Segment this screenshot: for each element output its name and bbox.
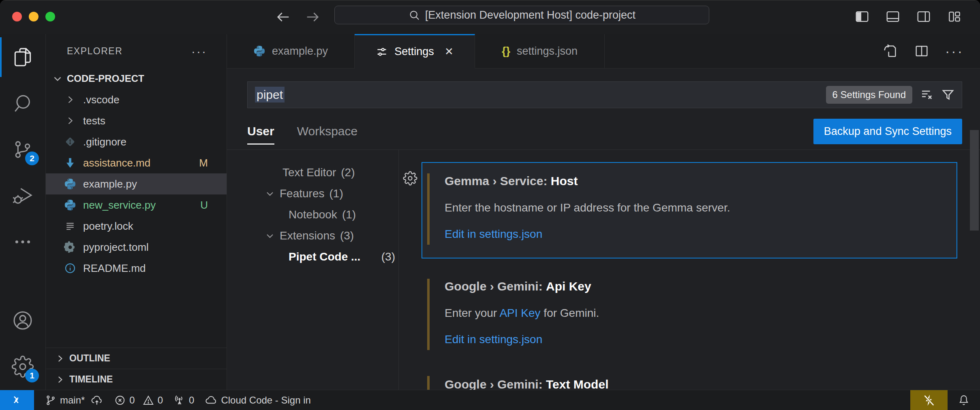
explorer-item-assistance-md[interactable]: assistance.md M: [46, 152, 227, 173]
zoom-window-button[interactable]: [45, 12, 55, 21]
explorer-root-folder[interactable]: CODE-PROJECT: [46, 68, 227, 89]
explorer-item-readme-md[interactable]: README.md: [46, 258, 227, 279]
toggle-secondary-sidebar-button[interactable]: [915, 8, 932, 25]
tab-example-py[interactable]: example.py: [227, 34, 355, 68]
minimize-window-button[interactable]: [29, 12, 39, 21]
explorer-item-new-service-py[interactable]: new_service.py U: [46, 194, 227, 216]
notifications-button[interactable]: [948, 390, 980, 410]
explorer-item-tests[interactable]: tests: [46, 110, 227, 131]
settings-sliders-icon: [376, 46, 388, 58]
toc-item-features[interactable]: Features (1): [227, 183, 398, 204]
setting-category: Google › Gemini:: [445, 378, 543, 390]
scope-tab-workspace[interactable]: Workspace: [297, 113, 358, 149]
manage-badge: 1: [25, 369, 39, 382]
history-navigation: [274, 8, 322, 26]
open-settings-json-button[interactable]: [882, 43, 898, 59]
edit-in-settings-json-link[interactable]: Edit in settings.json: [445, 333, 944, 346]
toc-item-extensions[interactable]: Extensions (3): [227, 225, 398, 246]
command-center-search[interactable]: [Extension Development Host] code-projec…: [334, 6, 709, 24]
explorer-more-actions-button[interactable]: ···: [191, 45, 207, 58]
setting-entry-gemini-api-key[interactable]: Google › Gemini: Api Key Enter your API …: [422, 267, 957, 364]
ports-status[interactable]: 0: [173, 394, 194, 406]
toggle-primary-sidebar-icon: [854, 9, 870, 24]
toc-item-notebook[interactable]: Notebook (1): [227, 204, 398, 225]
setting-title: Gemma › Service: Host: [445, 174, 944, 188]
python-icon: [64, 177, 77, 190]
activity-search[interactable]: [0, 80, 45, 126]
toggle-panel-button[interactable]: [884, 8, 901, 25]
file-name: .gitignore: [83, 136, 126, 148]
ellipsis-icon: [13, 232, 33, 252]
explorer-item-example-py[interactable]: example.py: [46, 173, 227, 194]
activity-manage[interactable]: 1: [0, 344, 45, 390]
more-editor-actions-button[interactable]: ···: [945, 43, 964, 59]
split-editor-button[interactable]: [914, 43, 930, 59]
remote-indicator-button[interactable]: [0, 390, 34, 410]
setting-title: Google › Gemini: Text Model: [445, 378, 944, 390]
activity-explorer[interactable]: [0, 34, 45, 80]
root-folder-label: CODE-PROJECT: [67, 73, 144, 84]
close-window-button[interactable]: [12, 12, 22, 21]
tab-settings-json[interactable]: {} settings.json: [475, 34, 605, 68]
problems-status[interactable]: 0 0: [114, 394, 163, 406]
setting-entry-gemma-service-host[interactable]: Gemma › Service: Host Enter the hostname…: [422, 162, 957, 258]
toc-label: Pipet Code ...: [289, 250, 360, 263]
setting-entry-gemini-text-model[interactable]: Google › Gemini: Text Model: [422, 373, 957, 390]
toc-label: Text Editor: [282, 166, 336, 179]
outline-panel-header[interactable]: OUTLINE: [46, 348, 227, 369]
window-title: [Extension Development Host] code-projec…: [425, 9, 636, 21]
setting-category: Gemma › Service:: [445, 174, 547, 188]
markdown-icon: [64, 156, 77, 169]
explorer-item-gitignore[interactable]: .gitignore: [46, 131, 227, 152]
activity-bar-spacer: [0, 265, 45, 297]
debug-icon: [11, 184, 34, 207]
setting-name: Api Key: [546, 280, 591, 293]
edit-in-settings-json-link[interactable]: Edit in settings.json: [445, 228, 944, 241]
git-branch-status[interactable]: main*: [45, 394, 85, 406]
backup-sync-settings-button[interactable]: Backup and Sync Settings: [813, 119, 962, 144]
tab-settings[interactable]: Settings ✕: [355, 34, 475, 68]
radio-tower-icon: [173, 394, 186, 406]
toc-item-pipet-code[interactable]: Pipet Code ... (3): [227, 246, 398, 267]
toc-count: (3): [381, 250, 395, 263]
activity-run-debug[interactable]: [0, 173, 45, 219]
explorer-item-poetry-lock[interactable]: poetry.lock: [46, 216, 227, 237]
file-name: README.md: [83, 262, 146, 275]
setting-description: Enter the hostname or IP address for the…: [445, 201, 944, 214]
status-bar: main* 0 0 0 Cloud Code - Sign in: [0, 390, 980, 410]
clear-search-filters-button[interactable]: [920, 88, 934, 102]
go-forward-button[interactable]: [303, 8, 322, 26]
customize-layout-button[interactable]: [946, 8, 963, 25]
tab-label: Settings: [394, 45, 434, 58]
api-key-link[interactable]: API Key: [499, 307, 540, 319]
settings-search-input[interactable]: pipet 6 Settings Found: [247, 81, 962, 108]
publish-changes-button[interactable]: [90, 394, 103, 407]
setting-gear-icon[interactable]: [403, 171, 417, 186]
setting-title: Google › Gemini: Api Key: [445, 280, 944, 293]
python-icon: [64, 199, 77, 211]
customize-layout-icon: [947, 9, 962, 24]
traffic-lights: [12, 12, 55, 21]
scrollbar-thumb[interactable]: [970, 130, 979, 231]
flash-status-button[interactable]: [910, 390, 948, 410]
explorer-item-vscode[interactable]: .vscode: [46, 89, 227, 110]
scope-tab-user[interactable]: User: [247, 113, 274, 149]
timeline-panel-header[interactable]: TIMELINE: [46, 369, 227, 390]
close-tab-icon[interactable]: ✕: [445, 45, 454, 58]
toc-label: Notebook: [289, 208, 337, 221]
chevron-down-icon: [264, 188, 276, 199]
timeline-panel-label: TIMELINE: [69, 374, 113, 385]
cloud-code-signin[interactable]: Cloud Code - Sign in: [205, 394, 310, 407]
activity-additional-views[interactable]: [0, 219, 45, 265]
explorer-item-pyproject-toml[interactable]: pyproject.toml: [46, 237, 227, 258]
filter-settings-button[interactable]: [941, 88, 955, 102]
go-back-button[interactable]: [274, 8, 293, 26]
cloud-icon: [205, 394, 218, 407]
toc-item-text-editor[interactable]: Text Editor (2): [227, 162, 398, 183]
description-text: for Gemini.: [541, 307, 599, 319]
activity-accounts[interactable]: [0, 297, 45, 344]
toggle-primary-sidebar-button[interactable]: [854, 8, 871, 25]
selected-text: pipet: [255, 87, 285, 102]
activity-source-control[interactable]: 2: [0, 126, 45, 173]
activity-bar: 2 1: [0, 34, 46, 390]
